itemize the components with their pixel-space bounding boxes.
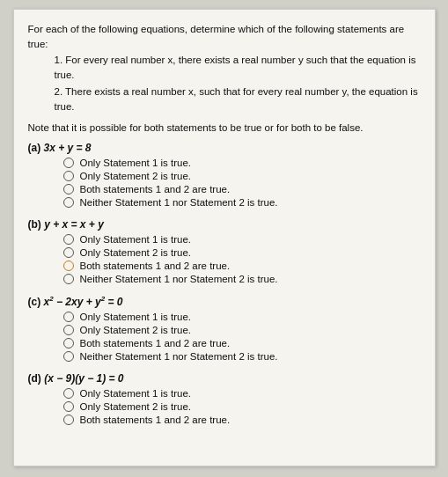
question-d-label: (d) (x − 9)(y − 1) = 0 [28,372,421,385]
option-c-4[interactable]: Neither Statement 1 nor Statement 2 is t… [63,351,421,362]
intro-text: For each of the following equations, det… [28,22,421,53]
radio-a-2[interactable] [63,171,74,181]
question-b: (b) y + x = x + y Only Statement 1 is tr… [28,218,421,284]
radio-c-2[interactable] [63,325,74,335]
radio-c-4[interactable] [63,351,74,362]
option-d-2[interactable]: Only Statement 2 is true. [63,401,421,412]
option-a-2[interactable]: Only Statement 2 is true. [63,171,421,181]
question-a: (a) 3x + y = 8 Only Statement 1 is true.… [28,142,421,208]
question-c-label: (c) x2 − 2xy + y2 = 0 [28,295,421,308]
radio-b-3[interactable] [63,261,74,271]
question-b-options: Only Statement 1 is true. Only Statement… [63,234,421,284]
radio-d-1[interactable] [63,388,74,399]
radio-d-3[interactable] [63,415,74,425]
radio-b-2[interactable] [63,247,74,258]
question-c-options: Only Statement 1 is true. Only Statement… [63,312,421,362]
option-c-2[interactable]: Only Statement 2 is true. [63,325,421,335]
main-page: For each of the following equations, det… [13,9,436,466]
radio-b-4[interactable] [63,274,74,284]
statement2-text: 2. There exists a real number x, such th… [55,84,421,115]
option-a-1[interactable]: Only Statement 1 is true. [63,158,421,168]
radio-a-3[interactable] [63,184,74,194]
question-d-options: Only Statement 1 is true. Only Statement… [63,388,421,425]
option-b-1[interactable]: Only Statement 1 is true. [63,234,421,245]
option-b-3[interactable]: Both statements 1 and 2 are true. [63,261,421,271]
question-d: (d) (x − 9)(y − 1) = 0 Only Statement 1 … [28,372,421,425]
radio-a-4[interactable] [63,197,74,208]
radio-d-2[interactable] [63,401,74,412]
option-d-1[interactable]: Only Statement 1 is true. [63,388,421,399]
statement1-text: 1. For every real number x, there exists… [55,53,421,84]
question-a-options: Only Statement 1 is true. Only Statement… [63,158,421,208]
option-c-3[interactable]: Both statements 1 and 2 are true. [63,338,421,349]
option-c-1[interactable]: Only Statement 1 is true. [63,312,421,322]
option-a-4[interactable]: Neither Statement 1 nor Statement 2 is t… [63,197,421,208]
instructions-block: For each of the following equations, det… [28,22,421,115]
option-a-3[interactable]: Both statements 1 and 2 are true. [63,184,421,194]
option-d-3[interactable]: Both statements 1 and 2 are true. [63,415,421,425]
option-b-4[interactable]: Neither Statement 1 nor Statement 2 is t… [63,274,421,284]
note-text: Note that it is possible for both statem… [28,122,421,133]
question-b-label: (b) y + x = x + y [28,218,421,231]
question-a-label: (a) 3x + y = 8 [28,142,421,154]
radio-c-1[interactable] [63,312,74,322]
radio-a-1[interactable] [63,158,74,168]
question-c: (c) x2 − 2xy + y2 = 0 Only Statement 1 i… [28,295,421,362]
option-b-2[interactable]: Only Statement 2 is true. [63,247,421,258]
radio-b-1[interactable] [63,234,74,245]
radio-c-3[interactable] [63,338,74,349]
